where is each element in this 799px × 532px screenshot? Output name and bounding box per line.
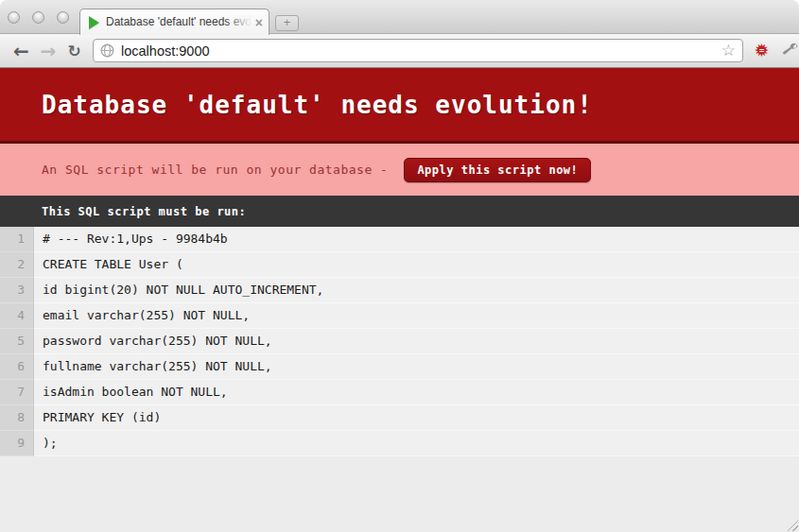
script-header-label: This SQL script must be run: (42, 205, 246, 218)
globe-icon (100, 43, 114, 58)
error-header: Database 'default' needs evolution! (0, 68, 799, 144)
browser-window: Database 'default' needs evol × + ← → ↻ … (0, 0, 799, 532)
script-header-bar: This SQL script must be run: (0, 196, 799, 227)
code-line: 4email varchar(255) NOT NULL, (0, 303, 799, 329)
page-content: Database 'default' needs evolution! An S… (0, 68, 799, 532)
line-text: password varchar(255) NOT NULL, (34, 329, 799, 354)
line-number: 9 (0, 431, 34, 456)
tab-title: Database 'default' needs evol (106, 15, 252, 29)
window-zoom-button[interactable] (57, 11, 69, 24)
wrench-menu-button[interactable] (779, 41, 799, 61)
code-line: 9); (0, 431, 799, 456)
bookmark-star-icon[interactable]: ☆ (721, 43, 736, 59)
window-minimize-button[interactable] (32, 11, 44, 24)
tab-close-icon[interactable]: × (255, 16, 263, 29)
line-number: 3 (0, 278, 34, 303)
line-text: id bigint(20) NOT NULL AUTO_INCREMENT, (34, 278, 799, 303)
navigation-toolbar: ← → ↻ localhost:9000 ☆ ✹ = (0, 33, 799, 68)
sql-script-lines: 1# --- Rev:1,Ups - 9984b4b2CREATE TABLE … (0, 227, 799, 456)
line-number: 6 (0, 354, 34, 380)
line-text: ); (34, 431, 799, 456)
back-icon[interactable]: ← (8, 40, 35, 62)
url-text[interactable]: localhost:9000 (121, 43, 721, 59)
line-text: isAdmin boolean NOT NULL, (34, 380, 799, 405)
play-favicon-icon (89, 16, 99, 29)
code-line: 2CREATE TABLE User ( (0, 252, 799, 278)
code-line: 8PRIMARY KEY (id) (0, 405, 799, 431)
banner-message: An SQL script will be run on your databa… (42, 163, 388, 177)
resize-grip[interactable] (786, 519, 798, 531)
page-background (0, 456, 799, 532)
apply-script-button[interactable]: Apply this script now! (404, 158, 591, 182)
wrench-icon (781, 41, 798, 58)
line-number: 2 (0, 252, 34, 278)
code-line: 3id bigint(20) NOT NULL AUTO_INCREMENT, (0, 278, 799, 303)
code-line: 6fullname varchar(255) NOT NULL, (0, 354, 799, 380)
line-number: 1 (0, 227, 34, 252)
tab-title-fade (225, 15, 252, 29)
line-number: 5 (0, 329, 34, 354)
code-line: 1# --- Rev:1,Ups - 9984b4b (0, 227, 799, 252)
line-number: 8 (0, 405, 34, 431)
extension-button[interactable]: ✹ = (752, 41, 772, 60)
line-text: # --- Rev:1,Ups - 9984b4b (34, 227, 799, 252)
titlebar: Database 'default' needs evol × + (0, 0, 799, 33)
line-text: email varchar(255) NOT NULL, (34, 303, 799, 329)
code-line: 7isAdmin boolean NOT NULL, (0, 380, 799, 405)
forward-icon: → (35, 40, 62, 62)
new-tab-button[interactable]: + (275, 15, 299, 31)
line-text: fullname varchar(255) NOT NULL, (34, 354, 799, 380)
address-bar[interactable]: localhost:9000 ☆ (93, 39, 743, 62)
line-text: CREATE TABLE User ( (34, 252, 799, 278)
evolution-banner: An SQL script will be run on your databa… (0, 144, 799, 196)
page-title: Database 'default' needs evolution! (42, 91, 593, 119)
window-close-button[interactable] (8, 11, 20, 24)
line-text: PRIMARY KEY (id) (34, 405, 799, 431)
line-number: 4 (0, 303, 34, 329)
extension-equals-glyph: = (759, 46, 764, 56)
line-number: 7 (0, 380, 34, 405)
code-line: 5password varchar(255) NOT NULL, (0, 329, 799, 354)
browser-tab[interactable]: Database 'default' needs evol × (79, 9, 269, 35)
reload-icon[interactable]: ↻ (61, 42, 87, 60)
